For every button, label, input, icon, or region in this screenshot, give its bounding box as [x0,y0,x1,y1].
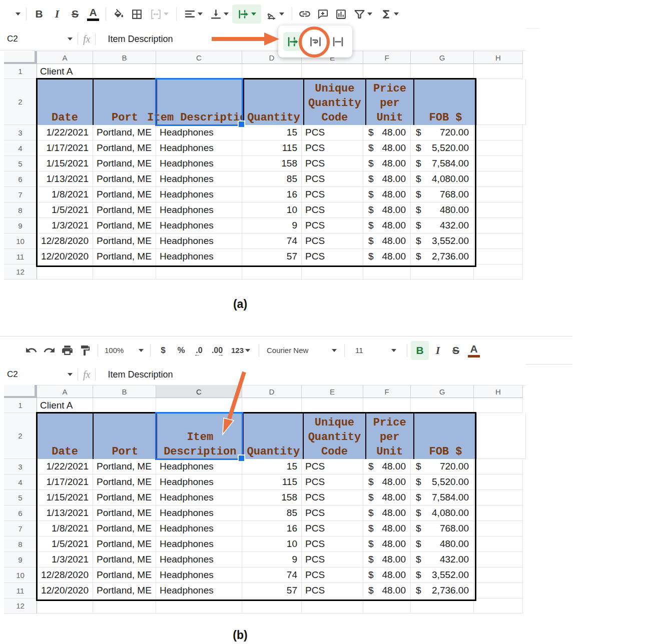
cell-F5[interactable]: $48.00 [363,156,411,172]
cell-C11[interactable]: Headphones [156,583,242,598]
cell-C8[interactable]: Headphones [156,536,242,552]
row-header-10[interactable]: 10 [4,234,37,249]
cell-B12[interactable] [93,264,156,280]
cell-B7[interactable]: Portland, ME [93,521,156,536]
cell-F1[interactable] [363,398,411,413]
cell-G8[interactable]: $480.00 [411,536,474,552]
column-header-B[interactable]: B [93,51,156,64]
cell-H6[interactable] [474,506,523,521]
cell-F4[interactable]: $48.00 [363,474,411,490]
cell-A12[interactable] [37,264,93,280]
cell-G12[interactable] [411,598,474,614]
undo-button[interactable] [22,341,40,360]
column-header-C[interactable]: C [156,51,242,64]
row-header-1[interactable]: 1 [4,64,37,79]
wrap-option-overflow[interactable] [283,32,302,51]
cell-E1[interactable] [302,64,363,79]
text-wrapping-button[interactable] [232,4,261,24]
cell-A9[interactable]: 1/3/2021 [37,552,93,568]
cell-C4[interactable]: Headphones [156,140,242,156]
cell-E10[interactable]: PCS [302,568,363,583]
cell-B12[interactable] [93,598,156,614]
cell-B10[interactable]: Portland, ME [93,234,156,249]
cell-D5[interactable]: 158 [242,490,302,506]
cell-G3[interactable]: $720.00 [411,459,474,474]
bold-button[interactable]: B [30,4,48,24]
cell-F5[interactable]: $48.00 [363,490,411,506]
bold-button[interactable]: B [411,341,429,360]
column-header-B[interactable]: B [93,385,156,398]
cell-H5[interactable] [474,156,523,172]
cell-D3[interactable]: 15 [242,459,302,474]
row-header-2[interactable]: 2 [4,79,37,125]
cell-B9[interactable]: Portland, ME [93,552,156,568]
cell-H7[interactable] [474,521,523,536]
header-cell-C2[interactable]: Item Description [156,413,243,463]
cell-B3[interactable]: Portland, ME [93,125,156,140]
cell-H5[interactable] [474,490,523,506]
header-cell-G2[interactable]: FOB $ [413,413,477,463]
row-header-12[interactable]: 12 [4,598,37,614]
cell-E6[interactable]: PCS [302,506,363,521]
header-cell-D2[interactable]: Quantity [243,413,303,463]
cell-H10[interactable] [474,234,523,249]
cell-H11[interactable] [474,249,523,264]
row-header-9[interactable]: 9 [4,552,37,568]
zoom-control[interactable]: 100% [102,341,147,360]
font-family-select[interactable]: Courier New [263,341,341,360]
cell-A1[interactable]: Client A [37,64,93,79]
wrap-option-clip[interactable] [328,32,347,51]
column-header-A[interactable]: A [37,385,93,398]
cell-C1[interactable] [156,64,242,79]
column-header-H[interactable]: H [474,385,523,398]
cell-C1[interactable] [156,398,242,413]
format-percent-button[interactable]: % [172,341,190,360]
cell-B1[interactable] [93,64,156,79]
cell-B4[interactable]: Portland, ME [93,474,156,490]
cell-A11[interactable]: 12/20/2020 [37,583,93,598]
font-size-select[interactable]: 11 [348,341,403,360]
cell-B4[interactable]: Portland, ME [93,140,156,156]
cell-G6[interactable]: $4,080.00 [411,506,474,521]
cell-F11[interactable]: $48.00 [363,583,411,598]
row-header-3[interactable]: 3 [4,459,37,474]
header-cell-E2[interactable]: Unique Quantity Code [303,79,365,129]
cell-G5[interactable]: $7,584.00 [411,490,474,506]
cell-B11[interactable]: Portland, ME [93,249,156,264]
cell-C11[interactable]: Headphones [156,249,242,264]
header-cell-F2[interactable]: Price per Unit [365,79,413,129]
cell-F6[interactable]: $48.00 [363,506,411,521]
cell-D12[interactable] [242,264,302,280]
cell-B10[interactable]: Portland, ME [93,568,156,583]
cell-F12[interactable] [363,598,411,614]
cell-B3[interactable]: Portland, ME [93,459,156,474]
cell-A4[interactable]: 1/17/2021 [37,474,93,490]
cell-F9[interactable]: $48.00 [363,552,411,568]
cell-C5[interactable]: Headphones [156,490,242,506]
cell-E11[interactable]: PCS [302,249,363,264]
cell-C6[interactable]: Headphones [156,172,242,187]
increase-decimal-button[interactable]: .00→ [208,341,226,360]
cell-A7[interactable]: 1/8/2021 [37,521,93,536]
cell-D8[interactable]: 10 [242,536,302,552]
row-header-10[interactable]: 10 [4,568,37,583]
cell-G4[interactable]: $5,520.00 [411,474,474,490]
cell-B7[interactable]: Portland, ME [93,187,156,202]
name-box-dropdown-icon[interactable] [68,38,73,40]
cell-E11[interactable]: PCS [302,583,363,598]
cell-H11[interactable] [474,583,523,598]
strikethrough-button[interactable]: S [447,341,465,360]
column-header-D[interactable]: D [242,385,302,398]
borders-button[interactable] [128,4,146,24]
formula-bar-value[interactable]: Item Description [108,370,173,380]
paint-format-button[interactable] [76,341,94,360]
header-cell-A2[interactable]: Date [37,79,93,129]
header-cell-C2[interactable]: Item Description [156,79,243,129]
insert-chart-button[interactable] [332,4,350,24]
cell-A8[interactable]: 1/5/2021 [37,202,93,218]
more-formats-button[interactable]: 123 [226,341,255,360]
cell-E10[interactable]: PCS [302,234,363,249]
cell-G4[interactable]: $5,520.00 [411,140,474,156]
cell-B11[interactable]: Portland, ME [93,583,156,598]
cell-H6[interactable] [474,172,523,187]
